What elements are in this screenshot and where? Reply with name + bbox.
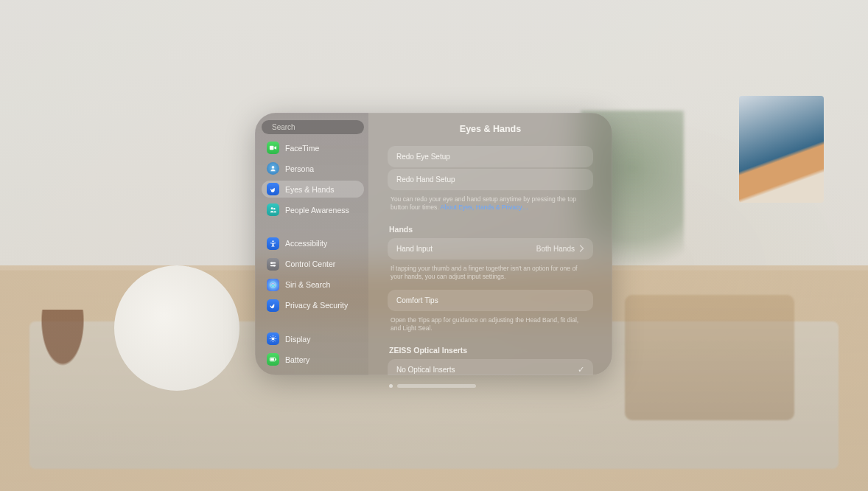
svg-rect-14 bbox=[270, 358, 274, 361]
hand-input-row[interactable]: Hand Input Both Hands bbox=[388, 238, 593, 260]
sidebar-item-accessibility[interactable]: Accessibility bbox=[262, 235, 364, 252]
close-dot-icon[interactable] bbox=[389, 384, 393, 388]
battery-icon bbox=[267, 353, 279, 366]
lounge-chair bbox=[625, 295, 794, 420]
row-label: Comfort Tips bbox=[396, 296, 438, 304]
sidebar-item-persona[interactable]: Persona bbox=[262, 160, 364, 177]
sidebar-item-label: Accessibility bbox=[285, 239, 327, 248]
sidebar-item-label: Privacy & Security bbox=[285, 301, 348, 310]
chevron-right-icon bbox=[579, 245, 584, 254]
window-grabber[interactable] bbox=[389, 383, 476, 388]
row-label: Redo Hand Setup bbox=[396, 175, 455, 184]
zeiss-section-header: ZEISS Optical Inserts bbox=[389, 346, 593, 355]
svg-point-11 bbox=[270, 282, 276, 288]
wall-art bbox=[739, 96, 824, 203]
sidebar-item-battery[interactable]: Battery bbox=[262, 351, 364, 368]
svg-point-6 bbox=[272, 240, 273, 242]
display-icon bbox=[267, 332, 279, 345]
comfort-caption: Open the Tips app for guidance on adjust… bbox=[388, 313, 593, 332]
row-label: Redo Eye Setup bbox=[396, 153, 450, 161]
people-icon bbox=[267, 203, 279, 216]
persona-icon bbox=[267, 162, 279, 175]
sidebar-item-label: Eyes & Hands bbox=[285, 185, 335, 194]
redo-caption: You can redo your eye and hand setup any… bbox=[388, 192, 593, 212]
redo-eye-setup-button[interactable]: Redo Eye Setup bbox=[388, 146, 593, 167]
switches-icon bbox=[267, 258, 279, 271]
sidebar-item-label: FaceTime bbox=[285, 144, 319, 153]
sidebar-item-facetime[interactable]: FaceTime bbox=[262, 139, 364, 156]
sidebar-separator bbox=[262, 318, 364, 327]
search-input[interactable] bbox=[272, 123, 365, 131]
svg-point-4 bbox=[271, 208, 273, 210]
svg-point-12 bbox=[271, 338, 274, 341]
comfort-tips-row[interactable]: Comfort Tips bbox=[388, 290, 593, 311]
sidebar-item-siri-search[interactable]: Siri & Search bbox=[262, 276, 364, 293]
search-field[interactable] bbox=[262, 120, 364, 134]
row-label: No Optical Inserts bbox=[396, 366, 455, 374]
settings-detail: Eyes & Hands Redo Eye Setup Redo Hand Se… bbox=[368, 113, 612, 375]
siri-icon bbox=[267, 279, 279, 291]
hand-input-caption: If tapping your thumb and a finger toget… bbox=[388, 261, 593, 281]
sidebar-item-people-awareness[interactable]: People Awareness bbox=[262, 201, 364, 218]
hand-raised-icon bbox=[267, 299, 279, 312]
sidebar-item-label: Siri & Search bbox=[285, 280, 330, 289]
sidebar-item-privacy-security[interactable]: Privacy & Security bbox=[262, 297, 364, 314]
sidebar-item-label: Display bbox=[285, 335, 310, 344]
accessibility-icon bbox=[267, 237, 279, 250]
sidebar-item-control-center[interactable]: Control Center bbox=[262, 256, 364, 273]
svg-point-10 bbox=[273, 265, 276, 267]
redo-hand-setup-button[interactable]: Redo Hand Setup bbox=[388, 169, 593, 190]
zeiss-no-inserts-row[interactable]: No Optical Inserts ✓ bbox=[388, 359, 593, 375]
svg-point-5 bbox=[273, 208, 275, 209]
row-label: Hand Input bbox=[396, 245, 433, 253]
side-table bbox=[15, 310, 111, 420]
armchair bbox=[114, 265, 239, 391]
settings-window: FaceTime Persona Eyes & Hands People Awa… bbox=[255, 113, 612, 375]
about-eyes-hands-privacy-link[interactable]: About Eyes, Hands & Privacy… bbox=[441, 203, 529, 211]
video-icon bbox=[267, 142, 279, 154]
svg-point-3 bbox=[272, 167, 275, 170]
hands-section-header: Hands bbox=[389, 225, 593, 234]
hand-icon bbox=[267, 183, 279, 195]
svg-point-8 bbox=[270, 262, 273, 264]
sidebar-item-display[interactable]: Display bbox=[262, 330, 364, 347]
sidebar-item-eyes-hands[interactable]: Eyes & Hands bbox=[262, 181, 364, 198]
sidebar-item-label: Persona bbox=[285, 164, 314, 173]
sidebar-item-label: People Awareness bbox=[285, 206, 349, 215]
svg-rect-2 bbox=[270, 146, 274, 150]
checkmark-icon: ✓ bbox=[578, 365, 584, 375]
move-bar[interactable] bbox=[397, 384, 476, 388]
svg-rect-15 bbox=[276, 359, 276, 361]
sidebar-separator bbox=[262, 222, 364, 231]
settings-sidebar: FaceTime Persona Eyes & Hands People Awa… bbox=[255, 113, 368, 375]
sidebar-item-label: Control Center bbox=[285, 260, 335, 268]
sidebar-item-label: Battery bbox=[285, 355, 309, 364]
page-title: Eyes & Hands bbox=[388, 124, 593, 134]
hand-input-value: Both Hands bbox=[536, 245, 575, 253]
